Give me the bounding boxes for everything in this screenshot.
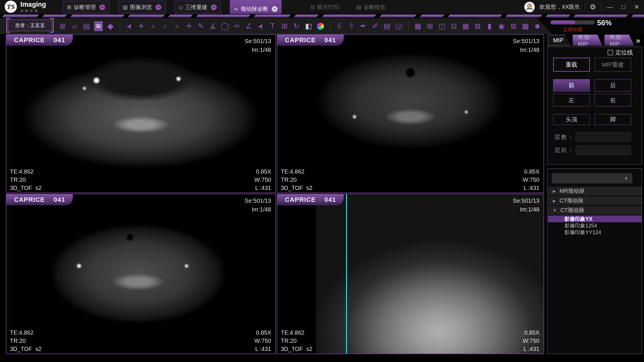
tree-child-item[interactable]: 影像印象1254 — [548, 222, 642, 229]
image-upload-icon[interactable]: ◲ — [395, 21, 403, 31]
download-icon[interactable]: ⇩ — [335, 21, 344, 31]
invert-icon[interactable]: ◧ — [304, 21, 313, 31]
tree-node[interactable]: ▶MR颈动脉 — [548, 187, 642, 195]
tab-close-icon[interactable]: ✕ — [156, 4, 161, 10]
panel-tab[interactable]: MIP — [548, 35, 571, 46]
add-annotation-icon[interactable]: ⊞ — [280, 21, 289, 31]
deco-strip-segment — [573, 15, 628, 17]
toolbar-divider — [120, 21, 120, 32]
pseudo-color-icon[interactable] — [317, 23, 324, 30]
app-tab[interactable]: ◇三维重建✕ — [174, 1, 221, 14]
series-dropdown[interactable]: ▼ — [552, 173, 632, 183]
app-tab: ⊟胶片打印 — [306, 1, 343, 14]
length-measure-icon[interactable]: ✎ — [197, 21, 205, 31]
layout-hsplit-icon[interactable]: ⊟ — [449, 21, 458, 31]
upload-icon[interactable]: ⇧ — [347, 21, 356, 31]
user-area: 欢迎您，XX医生 ⚙ — □ ✕ — [524, 0, 641, 14]
view-back-button[interactable]: 后 — [594, 79, 631, 91]
layout-grid-icon[interactable]: ▦ — [414, 21, 422, 31]
layer-spacing-input[interactable] — [576, 145, 631, 155]
pan-icon[interactable]: ✛ — [185, 21, 193, 31]
view-left-button[interactable]: 左 — [553, 94, 590, 107]
chevron-right-icon[interactable]: ▶ — [553, 189, 556, 193]
layout-oval-icon[interactable]: ◉ — [497, 21, 506, 31]
panel-tab[interactable]: 未选MIP — [604, 35, 634, 46]
view-right-button[interactable]: 右 — [594, 94, 631, 107]
layout-remove-icon[interactable]: ⊠ — [473, 21, 482, 31]
tab-close-icon[interactable]: ✕ — [272, 6, 278, 12]
tab-close-icon[interactable]: ✕ — [211, 4, 217, 10]
viewport-axial-3[interactable]: CAPRICE 041 Se:501/13 Im:1/48 TE:4.862 T… — [6, 194, 276, 354]
layer-count-input[interactable] — [576, 132, 631, 142]
close-button[interactable]: ✕ — [632, 3, 641, 10]
layout-vsplit-icon[interactable]: ◫ — [437, 21, 446, 31]
mri-image[interactable] — [6, 194, 275, 354]
patient-name-box[interactable]: 患者：王某某 — [8, 20, 52, 31]
ellipse-roi-icon[interactable]: ◯ — [220, 21, 229, 31]
mip-rebuild-button[interactable]: MIP重建 — [594, 58, 631, 72]
layout-rect-remove-icon[interactable]: ⊠ — [509, 21, 518, 31]
zoom-region-icon[interactable]: ⌕ — [161, 21, 170, 31]
localizer-checkbox[interactable] — [608, 50, 613, 55]
settings-gear-icon[interactable]: ⚙ — [590, 3, 596, 11]
brush-icon[interactable]: ✒ — [359, 21, 368, 31]
marker-icon[interactable]: ✐ — [371, 21, 380, 31]
viewport-axial-1[interactable]: CAPRICE 041 Se:501/13 Im:1/48 TE:4.862 T… — [6, 34, 276, 193]
volume-3d-icon[interactable]: ◆ — [106, 21, 115, 31]
mip-panel: MIP未选MIP未选MIP» 定位线 重载 MIP重建 前 后 左 右 头顶 脚… — [547, 34, 643, 354]
report-add-icon[interactable]: ▤ — [383, 21, 391, 31]
angle-measure-icon[interactable]: ∡ — [209, 21, 217, 31]
viewport-grid: CAPRICE 041 Se:501/13 Im:1/48 TE:4.862 T… — [6, 34, 544, 354]
rotate-icon[interactable]: ↻ — [292, 21, 301, 31]
mri-image[interactable] — [6, 35, 275, 193]
panel-tabs-overflow-icon[interactable]: » — [636, 36, 640, 45]
viewport-axial-2[interactable]: CAPRICE 041 Se:501/13 Im:1/48 TE:4.862 T… — [277, 34, 544, 193]
panel-tab[interactable]: 未选MIP — [573, 35, 603, 46]
app-tab[interactable]: ▤图像浏览✕ — [118, 1, 166, 14]
freehand-roi-icon[interactable]: ✑ — [232, 21, 241, 31]
user-avatar[interactable] — [524, 2, 535, 12]
maximize-button[interactable]: □ — [619, 3, 628, 10]
zoom-factor: 0.85X — [524, 169, 539, 174]
layout-2x2-icon[interactable]: ⊞ — [426, 21, 434, 31]
filmstrip-icon[interactable]: ▩ — [521, 21, 530, 31]
open-folder-icon[interactable]: ▱ — [70, 21, 79, 31]
chevron-down-icon[interactable]: ▼ — [553, 208, 557, 213]
tree-node[interactable]: ▼CT颈动脉 — [548, 206, 642, 215]
minimize-button[interactable]: — — [606, 3, 614, 10]
tree-node[interactable]: ▶CT颈动脉 — [548, 196, 642, 205]
text-annotation-icon[interactable]: T — [268, 21, 277, 31]
ct-image[interactable] — [316, 194, 544, 354]
chevron-down-icon: ▼ — [624, 176, 628, 181]
pointer-icon[interactable]: ➤ — [254, 20, 267, 32]
localizer-line[interactable] — [346, 194, 347, 354]
zoom-2x-icon[interactable]: ⌕ — [173, 21, 181, 31]
brand: TS Imaging 清影华康 — [5, 1, 46, 13]
layout-quad-icon[interactable]: ▦ — [461, 21, 470, 31]
upload-error-text: 上传出错 — [548, 26, 597, 33]
tr-value: TR:20 — [10, 338, 26, 344]
viewport-axial-4[interactable]: CAPRICE 041 Se:501/13 Im:1/48 TE:4.862 T… — [277, 194, 544, 354]
import-study-icon[interactable]: ⊞ — [58, 21, 67, 31]
view-foot-button[interactable]: 脚 — [594, 114, 631, 125]
tree-child-item[interactable]: 影像印象YX — [548, 216, 642, 222]
tree-child-item[interactable]: 影像印象YY124 — [548, 229, 642, 236]
layer-count-label: 层数： — [555, 133, 575, 141]
mri-image[interactable] — [277, 35, 544, 193]
app-tab[interactable]: ⊞诊断管理✕ — [63, 1, 110, 14]
zoom-icon[interactable]: ⌕ — [149, 21, 158, 31]
reload-button[interactable]: 重载 — [553, 58, 590, 72]
window-level-icon[interactable]: ☀ — [137, 21, 146, 31]
toolbar: 患者：王某某 ⊞▱▤≋◆➤☀⌕⌕⌕✛✎∡◯✑∠➤T⊞↻◧⇩⇧✒✐▤◲▦⊞◫⊟▦⊠… — [0, 18, 644, 34]
view-head-button[interactable]: 头顶 — [553, 114, 590, 125]
ai-assist-icon[interactable]: ☻ — [533, 21, 542, 31]
layout-single-icon[interactable]: ▮ — [485, 21, 494, 31]
view-front-button[interactable]: 前 — [553, 79, 590, 91]
cobb-angle-icon[interactable]: ∠ — [244, 21, 253, 31]
series-info: Se:501/13 — [245, 38, 271, 44]
select-cursor-icon[interactable]: ➤ — [123, 20, 136, 32]
layer-stack-icon[interactable]: ≋ — [94, 21, 103, 31]
image-gallery-icon[interactable]: ▤ — [82, 21, 91, 31]
chevron-right-icon[interactable]: ▶ — [553, 199, 556, 203]
tab-close-icon[interactable]: ✕ — [99, 4, 105, 10]
